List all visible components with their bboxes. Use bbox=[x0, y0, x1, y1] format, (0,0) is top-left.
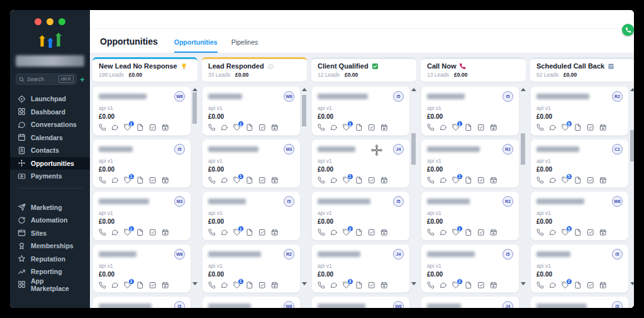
column-scrollbar[interactable] bbox=[192, 86, 198, 308]
scrollbar-thumb[interactable] bbox=[411, 133, 416, 165]
close-window-button[interactable] bbox=[35, 18, 42, 25]
opportunity-card[interactable]: I5api v1£0.002 bbox=[421, 244, 519, 293]
sidebar-item-dashboard[interactable]: Dashboard bbox=[10, 106, 90, 119]
opportunity-card[interactable]: J42 bbox=[421, 296, 519, 308]
phone-icon[interactable] bbox=[318, 229, 325, 236]
chat-icon[interactable] bbox=[440, 124, 447, 131]
calendar-plus-icon[interactable] bbox=[599, 124, 607, 131]
scrollbar-thumb[interactable] bbox=[192, 92, 197, 124]
calendar-plus-icon[interactable] bbox=[162, 177, 169, 184]
chat-icon[interactable] bbox=[221, 282, 228, 289]
file-icon[interactable] bbox=[355, 282, 363, 289]
opportunity-card[interactable]: R2api v1£0.001 bbox=[202, 244, 301, 293]
account-name-blurred[interactable] bbox=[16, 55, 84, 67]
opportunity-card[interactable]: J4api v1£0.001 bbox=[311, 139, 410, 189]
opportunity-card[interactable]: I52 bbox=[530, 296, 629, 308]
opportunity-card[interactable]: W6api v1£0.001 bbox=[92, 244, 191, 293]
chat-icon[interactable] bbox=[330, 124, 338, 131]
scrollbar-thumb[interactable] bbox=[521, 133, 525, 165]
calendar-plus-icon[interactable] bbox=[599, 282, 607, 289]
chat-icon[interactable] bbox=[330, 282, 338, 289]
file-icon[interactable] bbox=[246, 124, 253, 131]
opportunity-card[interactable]: I51 bbox=[92, 296, 191, 308]
phone-icon[interactable] bbox=[99, 229, 106, 236]
file-icon[interactable] bbox=[136, 124, 144, 131]
chat-icon[interactable] bbox=[330, 229, 338, 236]
calendar-plus-icon[interactable] bbox=[599, 177, 607, 184]
phone-icon[interactable] bbox=[99, 282, 106, 289]
opportunity-card[interactable]: I5api v1£0.001 bbox=[92, 139, 191, 189]
task-icon[interactable] bbox=[587, 229, 594, 236]
sidebar-item-calendars[interactable]: Calendars bbox=[10, 131, 90, 145]
calendar-plus-icon[interactable] bbox=[162, 282, 169, 289]
task-icon[interactable] bbox=[587, 282, 594, 289]
scroll-up-arrow-icon[interactable] bbox=[411, 88, 416, 91]
file-icon[interactable] bbox=[574, 177, 582, 184]
opportunity-card[interactable]: I5api v1£0.001 bbox=[311, 86, 410, 136]
column-scrollbar[interactable] bbox=[630, 86, 634, 308]
sidebar-item-contacts[interactable]: Contacts bbox=[10, 144, 90, 157]
tag-icon[interactable]: 2 bbox=[343, 229, 350, 236]
file-icon[interactable] bbox=[465, 229, 472, 236]
minimize-window-button[interactable] bbox=[47, 18, 53, 25]
chat-icon[interactable] bbox=[111, 124, 119, 131]
chat-icon[interactable] bbox=[221, 124, 228, 131]
file-icon[interactable] bbox=[574, 282, 582, 289]
phone-icon[interactable] bbox=[208, 282, 216, 289]
task-icon[interactable] bbox=[149, 229, 157, 236]
chat-icon[interactable] bbox=[111, 229, 119, 236]
scroll-up-arrow-icon[interactable] bbox=[192, 88, 197, 91]
opportunity-card[interactable]: W6api v1£0.001 bbox=[202, 86, 301, 136]
calendar-plus-icon[interactable] bbox=[271, 177, 279, 184]
opportunity-card[interactable]: I5api v1£0.001 bbox=[202, 191, 301, 241]
opportunity-card[interactable]: W6api v1£0.001 bbox=[92, 86, 191, 136]
tag-icon[interactable]: 1 bbox=[233, 229, 241, 236]
scroll-down-arrow-icon[interactable] bbox=[411, 282, 416, 285]
task-icon[interactable] bbox=[587, 124, 594, 131]
calendar-plus-icon[interactable] bbox=[490, 229, 497, 236]
tag-icon[interactable]: 1 bbox=[452, 229, 460, 236]
task-icon[interactable] bbox=[477, 124, 485, 131]
task-icon[interactable] bbox=[258, 177, 266, 184]
phone-icon[interactable] bbox=[208, 124, 216, 131]
scroll-down-arrow-icon[interactable] bbox=[302, 282, 307, 285]
task-icon[interactable] bbox=[477, 282, 485, 289]
phone-icon[interactable] bbox=[427, 229, 435, 236]
phone-icon[interactable] bbox=[318, 282, 325, 289]
scroll-up-arrow-icon[interactable] bbox=[630, 88, 634, 91]
tag-icon[interactable]: 5 bbox=[562, 229, 569, 236]
phone-icon[interactable] bbox=[427, 282, 435, 289]
phone-icon[interactable] bbox=[536, 282, 544, 289]
opportunity-card[interactable]: I5api v1£0.001 bbox=[421, 86, 519, 136]
file-icon[interactable] bbox=[465, 177, 472, 184]
chat-icon[interactable] bbox=[111, 177, 119, 184]
tab-pipelines[interactable]: Pipelines bbox=[231, 38, 258, 53]
chat-icon[interactable] bbox=[440, 282, 447, 289]
task-icon[interactable] bbox=[149, 177, 157, 184]
sidebar-item-sites[interactable]: Sites bbox=[10, 227, 90, 240]
phone-icon[interactable] bbox=[318, 177, 325, 184]
tag-icon[interactable]: 1 bbox=[452, 177, 460, 184]
scroll-up-arrow-icon[interactable] bbox=[521, 88, 526, 91]
file-icon[interactable] bbox=[246, 282, 253, 289]
calendar-plus-icon[interactable] bbox=[380, 229, 388, 236]
opportunity-card[interactable]: W6api v1£0.005 bbox=[530, 191, 629, 241]
sidebar-item-conversations[interactable]: Conversations bbox=[10, 118, 90, 131]
file-icon[interactable] bbox=[136, 229, 144, 236]
search-input[interactable] bbox=[27, 76, 56, 82]
file-icon[interactable] bbox=[136, 177, 144, 184]
calendar-plus-icon[interactable] bbox=[271, 229, 279, 236]
tag-icon[interactable]: 1 bbox=[124, 282, 131, 289]
tag-icon[interactable]: 1 bbox=[124, 177, 131, 184]
opportunity-card[interactable]: W62 bbox=[311, 296, 410, 308]
opportunity-card[interactable]: M3api v1£0.001 bbox=[92, 191, 191, 241]
opportunity-card[interactable]: R2api v1£0.001 bbox=[421, 191, 519, 241]
opportunity-card[interactable]: R2api v1£0.001 bbox=[421, 139, 519, 189]
file-icon[interactable] bbox=[136, 282, 144, 289]
file-icon[interactable] bbox=[355, 124, 363, 131]
phone-icon[interactable] bbox=[99, 177, 106, 184]
phone-icon[interactable] bbox=[427, 124, 435, 131]
task-icon[interactable] bbox=[258, 282, 266, 289]
chat-icon[interactable] bbox=[221, 177, 228, 184]
column-scrollbar[interactable] bbox=[301, 86, 308, 308]
